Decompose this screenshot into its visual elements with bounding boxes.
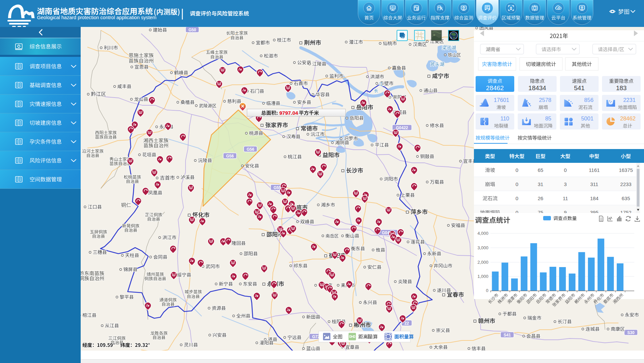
svg-text:635: 635: [621, 195, 630, 201]
svg-text:17601: 17601: [494, 97, 509, 103]
svg-text:85: 85: [545, 115, 551, 121]
svg-text:G50: G50: [189, 28, 196, 32]
svg-text:G56: G56: [226, 154, 234, 158]
svg-text:18434: 18434: [528, 84, 546, 92]
svg-text:2233: 2233: [620, 181, 631, 187]
svg-text:G56: G56: [247, 147, 254, 152]
svg-text:0: 0: [564, 167, 567, 173]
svg-text:0: 0: [516, 167, 518, 173]
svg-text:1161: 1161: [589, 167, 600, 173]
svg-text:22: 22: [404, 321, 409, 326]
svg-text:S41: S41: [504, 333, 511, 337]
svg-text:5001: 5001: [581, 115, 594, 121]
svg-text:9797.04: 9797.04: [279, 110, 298, 116]
svg-text:S30: S30: [627, 330, 635, 335]
svg-text:2,000: 2,000: [477, 260, 488, 265]
svg-text:1,000: 1,000: [477, 274, 488, 279]
svg-text:4,000: 4,000: [477, 231, 488, 236]
svg-text:183: 183: [616, 84, 627, 92]
svg-text:3,000: 3,000: [477, 245, 488, 250]
svg-text:3: 3: [564, 181, 567, 187]
svg-text:G0422: G0422: [396, 125, 408, 130]
svg-text:26: 26: [538, 195, 544, 201]
svg-text:11: 11: [563, 195, 568, 201]
svg-text:110: 110: [500, 115, 509, 121]
svg-text:2578: 2578: [539, 97, 552, 103]
svg-text:0: 0: [516, 195, 518, 201]
svg-text:31: 31: [538, 181, 544, 187]
svg-text:Geological hazard protection c: Geological hazard protection control app…: [37, 15, 156, 20]
svg-text:28462: 28462: [486, 84, 504, 92]
svg-text:856: 856: [584, 97, 594, 103]
svg-text:2231: 2231: [623, 97, 636, 103]
svg-text:184: 184: [590, 195, 598, 201]
svg-text:0: 0: [516, 181, 518, 187]
svg-text:541: 541: [574, 84, 585, 92]
svg-text:0: 0: [486, 288, 488, 293]
svg-text:65: 65: [538, 167, 544, 173]
svg-text:16375: 16375: [619, 167, 633, 173]
svg-text:311: 311: [590, 181, 598, 187]
svg-text:28462: 28462: [620, 115, 636, 121]
